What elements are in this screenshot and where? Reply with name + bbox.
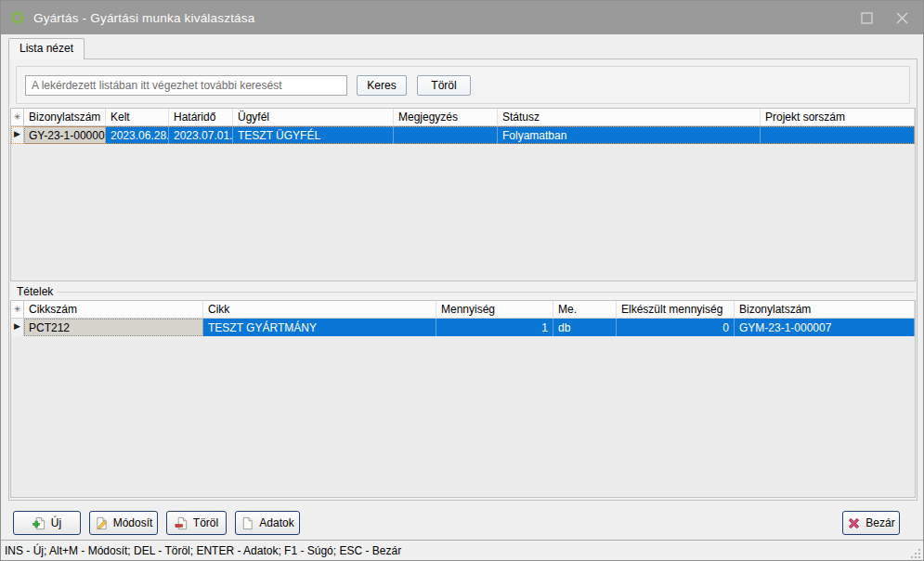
new-button-label: Új — [51, 516, 61, 529]
cell-cikk: TESZT GYÁRTMÁNY — [203, 319, 436, 336]
data-button-label: Adatok — [259, 516, 293, 529]
column-header-mennyiseg[interactable]: Mennyiség — [436, 301, 553, 318]
asterisk-icon: ✳ — [11, 301, 24, 318]
column-header-bizonylatszam[interactable]: Bizonylatszám — [735, 301, 915, 318]
window-titlebar[interactable]: Gyártás - Gyártási munka kiválasztása — [1, 1, 923, 34]
search-input[interactable] — [25, 75, 347, 96]
cell-statusz: Folyamatban — [498, 126, 761, 144]
app-gear-icon[interactable] — [10, 10, 25, 25]
new-button[interactable]: Új — [13, 511, 81, 535]
tab-lista-nezet[interactable]: Lista nézet — [8, 38, 85, 59]
cell-me: db — [553, 319, 617, 336]
document-plus-icon — [33, 516, 46, 530]
tab-page: Keres Töröl ✳ Bizonylatszám Kelt Határid… — [8, 59, 917, 501]
delete-button-label: Töröl — [193, 516, 218, 529]
column-header-elkeszult-mennyiseg[interactable]: Elkészült mennyiség — [617, 301, 735, 318]
orders-grid: ✳ Bizonylatszám Kelt Határidő Ügyfél Meg… — [10, 108, 916, 281]
resize-grip[interactable] — [911, 549, 920, 558]
cell-kelt: 2023.06.28. — [106, 126, 169, 144]
document-pencil-icon — [95, 516, 109, 530]
document-minus-icon — [175, 516, 189, 530]
items-table-row[interactable]: ▶ PCT212 TESZT GYÁRTMÁNY 1 db 0 GYM-23-1… — [11, 319, 915, 336]
column-header-me[interactable]: Me. — [553, 301, 617, 318]
modify-button[interactable]: Módosít — [89, 511, 158, 535]
cancel-x-icon — [847, 516, 861, 530]
asterisk-icon: ✳ — [11, 109, 24, 125]
cell-projekt-sorszam — [761, 126, 915, 144]
cell-mennyiseg: 1 — [436, 319, 553, 336]
search-button[interactable]: Keres — [357, 75, 407, 96]
delete-button[interactable]: Töröl — [166, 511, 227, 535]
column-header-kelt[interactable]: Kelt — [106, 109, 169, 125]
column-header-bizonylatszam[interactable]: Bizonylatszám — [24, 109, 106, 125]
column-header-hatarido[interactable]: Határidő — [169, 109, 233, 125]
close-dialog-button[interactable]: Bezár — [842, 511, 900, 535]
clear-search-button[interactable]: Töröl — [417, 75, 471, 96]
search-group: Keres Töröl — [16, 66, 910, 104]
close-icon — [896, 12, 908, 24]
items-section-label: Tételek — [15, 285, 57, 298]
column-header-cikk[interactable]: Cikk — [203, 301, 436, 318]
row-arrow-icon: ▶ — [11, 319, 24, 336]
close-button[interactable] — [886, 1, 917, 34]
items-section-caption: Tételek — [15, 285, 915, 298]
cell-bizonylatszam: GYM-23-1-000007 — [735, 319, 915, 336]
column-header-ugyfel[interactable]: Ügyfél — [233, 109, 394, 125]
column-header-cikkszam[interactable]: Cikkszám — [24, 301, 203, 318]
items-grid: ✳ Cikkszám Cikk Mennyiség Me. Elkészült … — [10, 300, 916, 498]
window-title: Gyártás - Gyártási munka kiválasztása — [33, 11, 254, 25]
close-dialog-button-label: Bezár — [865, 516, 894, 529]
maximize-icon — [861, 12, 873, 24]
orders-table-row[interactable]: ▶ GY-23-1-000003 2023.06.28. 2023.07.01.… — [11, 126, 915, 144]
cell-ugyfel: TESZT ÜGYFÉL — [233, 126, 394, 144]
row-arrow-icon: ▶ — [11, 126, 24, 144]
column-header-megjegyzes[interactable]: Megjegyzés — [394, 109, 498, 125]
column-header-projekt-sorszam[interactable]: Projekt sorszám — [761, 109, 915, 125]
groupbox-divider — [57, 292, 915, 293]
maximize-button[interactable] — [851, 1, 882, 34]
status-bar-text: INS - Új; Alt+M - Módosít; DEL - Töröl; … — [5, 544, 401, 557]
cell-hatarido: 2023.07.01. — [169, 126, 233, 144]
orders-grid-header: ✳ Bizonylatszám Kelt Határidő Ügyfél Meg… — [11, 109, 915, 126]
cell-megjegyzes — [394, 126, 498, 144]
document-icon — [241, 516, 254, 530]
app-window: Gyártás - Gyártási munka kiválasztása Li… — [0, 0, 924, 561]
cell-cikkszam: PCT212 — [24, 319, 203, 336]
column-header-statusz[interactable]: Státusz — [498, 109, 761, 125]
cell-elkeszult-mennyiseg: 0 — [617, 319, 735, 336]
data-button[interactable]: Adatok — [235, 511, 300, 535]
cell-bizonylatszam: GY-23-1-000003 — [24, 126, 106, 144]
modify-button-label: Módosít — [113, 516, 153, 529]
items-grid-header: ✳ Cikkszám Cikk Mennyiség Me. Elkészült … — [11, 301, 915, 319]
status-bar: INS - Új; Alt+M - Módosít; DEL - Töröl; … — [1, 540, 923, 561]
